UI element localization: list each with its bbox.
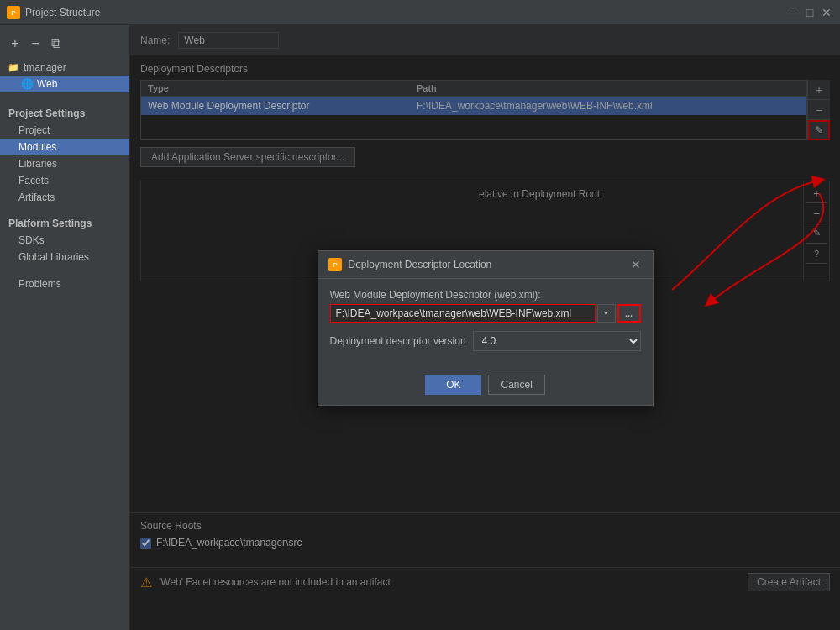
tree-node-web-label: Web bbox=[37, 78, 57, 90]
module-icon: 🌐 bbox=[20, 77, 34, 91]
dialog-path-row: ▾ ... bbox=[330, 304, 641, 323]
project-settings-header: Project Settings bbox=[0, 102, 129, 122]
dialog-ok-button[interactable]: OK bbox=[425, 375, 481, 395]
sidebar-item-facets-label: Facets bbox=[18, 175, 49, 186]
svg-text:P: P bbox=[333, 261, 338, 269]
dialog-app-icon: P bbox=[328, 258, 342, 271]
sidebar-item-artifacts[interactable]: Artifacts bbox=[0, 189, 129, 206]
content-area: Name: Web Deployment Descriptors Type Pa… bbox=[130, 25, 840, 630]
dialog-dropdown-button[interactable]: ▾ bbox=[597, 304, 616, 323]
sidebar-item-problems[interactable]: Problems bbox=[0, 276, 129, 292]
dialog-title-text: Deployment Descriptor Location bbox=[349, 259, 629, 270]
maximize-button[interactable]: □ bbox=[803, 6, 816, 19]
sidebar-item-global-libraries[interactable]: Global Libraries bbox=[0, 249, 129, 265]
dialog-version-select[interactable]: 4.0 3.1 3.0 2.5 bbox=[473, 331, 641, 351]
sidebar-item-sdks[interactable]: SDKs bbox=[0, 232, 129, 249]
modal-overlay: P Deployment Descriptor Location ✕ Web M… bbox=[130, 25, 840, 630]
dialog-browse-button[interactable]: ... bbox=[617, 304, 641, 323]
dialog-version-row: Deployment descriptor version 4.0 3.1 3.… bbox=[330, 331, 641, 351]
window-title: Project Structure bbox=[25, 7, 786, 18]
app-icon: P bbox=[7, 6, 20, 19]
sidebar-item-facets[interactable]: Facets bbox=[0, 172, 129, 189]
window-controls: ─ □ ✕ bbox=[786, 6, 833, 19]
sidebar-item-sdks-label: SDKs bbox=[18, 234, 45, 246]
sidebar-item-libraries[interactable]: Libraries bbox=[0, 155, 129, 172]
sidebar-item-modules-label: Modules bbox=[18, 141, 56, 153]
dialog-version-label: Deployment descriptor version bbox=[330, 335, 466, 347]
sidebar-item-project-label: Project bbox=[18, 124, 50, 136]
sidebar-item-artifacts-label: Artifacts bbox=[18, 192, 55, 203]
dialog-title-bar: P Deployment Descriptor Location ✕ bbox=[318, 251, 653, 279]
dialog-cancel-button[interactable]: Cancel bbox=[488, 375, 544, 395]
dialog-close-button[interactable]: ✕ bbox=[629, 258, 643, 271]
sidebar-item-modules[interactable]: Modules bbox=[0, 139, 129, 155]
dialog-field-label: Web Module Deployment Descriptor (web.xm… bbox=[330, 289, 641, 301]
minimize-button[interactable]: ─ bbox=[786, 6, 800, 19]
sidebar-item-problems-label: Problems bbox=[18, 278, 61, 290]
folder-icon: 📁 bbox=[7, 60, 20, 74]
sidebar-item-libraries-label: Libraries bbox=[18, 158, 57, 170]
remove-module-button[interactable]: − bbox=[27, 35, 44, 52]
tree-node-tmanager-label: tmanager bbox=[24, 61, 66, 73]
sidebar-toolbar: + − ⧉ bbox=[0, 32, 129, 55]
dialog-path-input[interactable] bbox=[330, 304, 596, 323]
add-module-button[interactable]: + bbox=[7, 35, 24, 52]
sidebar: + − ⧉ 📁 tmanager 🌐 Web Project Settings … bbox=[0, 25, 130, 630]
dialog-footer: OK Cancel bbox=[318, 368, 653, 405]
tree-node-tmanager[interactable]: 📁 tmanager bbox=[0, 59, 129, 76]
sidebar-item-project[interactable]: Project bbox=[0, 122, 129, 139]
tree-node-web[interactable]: 🌐 Web bbox=[0, 76, 129, 92]
copy-module-button[interactable]: ⧉ bbox=[47, 35, 64, 52]
close-button[interactable]: ✕ bbox=[820, 6, 833, 19]
sidebar-item-global-libraries-label: Global Libraries bbox=[18, 251, 89, 263]
dialog-body: Web Module Deployment Descriptor (web.xm… bbox=[318, 279, 653, 368]
svg-text:P: P bbox=[11, 9, 16, 17]
title-bar: P Project Structure ─ □ ✕ bbox=[0, 0, 840, 25]
deployment-descriptor-dialog: P Deployment Descriptor Location ✕ Web M… bbox=[318, 250, 654, 406]
platform-settings-header: Platform Settings bbox=[0, 213, 129, 232]
